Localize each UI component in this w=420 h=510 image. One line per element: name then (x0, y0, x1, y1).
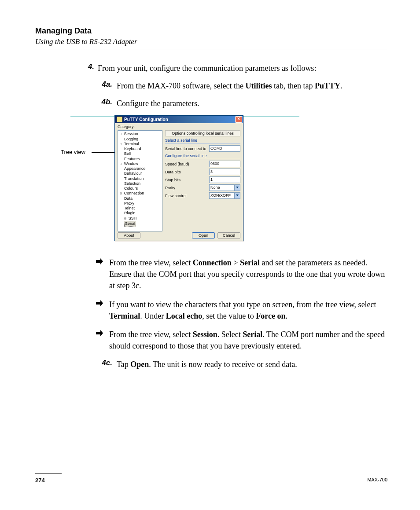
stopbits-label: Stop bits (165, 178, 209, 182)
speed-label: Speed (baud) (165, 162, 209, 166)
category-label: Category: (118, 125, 135, 129)
tree-node-ssh[interactable]: ⊞ SSH (120, 216, 161, 221)
bullet-text: From the tree view, select Session. Sele… (109, 329, 387, 352)
tree-node-behaviour[interactable]: Behaviour (120, 171, 161, 176)
panel-heading: Options controlling local serial lines (165, 130, 240, 136)
options-panel: Options controlling local serial lines S… (162, 130, 240, 230)
page-footer: 274 MAX-700 (35, 473, 387, 484)
tree-node-keyboard[interactable]: Keyboard (120, 147, 161, 151)
callout-label: Tree view (61, 149, 85, 155)
substep-number: 4a. (95, 80, 117, 92)
step-text: From your unit, configure the communicat… (98, 62, 387, 74)
putty-window: PuTTY Configuration X Category: ⊟ Sessio… (114, 115, 243, 241)
close-button[interactable]: X (235, 116, 242, 123)
databits-input[interactable]: 8 (209, 169, 240, 175)
bullet-text: From the tree view, select Connection > … (109, 257, 387, 291)
page-number: 274 (35, 477, 45, 484)
stopbits-input[interactable]: 1 (209, 176, 240, 183)
bullet-text: If you want to view the characters that … (109, 299, 387, 322)
tree-node-window[interactable]: ⊟ Window (120, 161, 161, 166)
tree-node-serial[interactable]: Serial (120, 221, 161, 227)
parity-label: Parity (165, 186, 209, 190)
substep-text: From the MAX-700 software, select the Ut… (117, 80, 387, 92)
footer-divider (35, 475, 387, 475)
substep-text: Tap Open. The unit is now ready to recei… (117, 359, 387, 370)
tree-node-rlogin[interactable]: Rlogin (120, 211, 161, 216)
tree-node-data[interactable]: Data (120, 196, 161, 201)
putty-icon (117, 117, 122, 122)
tree-node-colours[interactable]: Colours (120, 186, 161, 191)
group-label: Select a serial line (165, 138, 240, 143)
footer-accent (35, 473, 62, 474)
bullet-arrow-icon (96, 329, 109, 352)
substep-number: 4b. (95, 98, 117, 109)
databits-label: Data bits (165, 170, 209, 174)
flow-select[interactable]: XON/XOFF (209, 192, 240, 199)
window-title: PuTTY Configuration (124, 117, 235, 122)
substep-number: 4c. (95, 359, 117, 370)
figure: Tree view PuTTY Configuration X Category… (35, 115, 387, 247)
cancel-button[interactable]: Cancel (217, 232, 240, 238)
model-label: MAX-700 (367, 477, 387, 484)
tree-node-appearance[interactable]: Appearance (120, 166, 161, 171)
chevron-down-icon (236, 194, 239, 196)
tree-node-telnet[interactable]: Telnet (120, 206, 161, 211)
group-label: Configure the serial line (165, 154, 240, 158)
tree-node-bell[interactable]: Bell (120, 151, 161, 156)
page-heading: Managing Data (35, 26, 387, 36)
page-subheading: Using the USB to RS-232 Adapter (35, 37, 387, 46)
parity-select[interactable]: None (209, 184, 240, 191)
tree-node-proxy[interactable]: Proxy (120, 201, 161, 206)
serial-line-label: Serial line to connect to (165, 147, 209, 151)
tree-node-connection[interactable]: ⊟ Connection (120, 191, 161, 196)
serial-line-input[interactable]: COM3 (209, 145, 240, 152)
chevron-down-icon (236, 187, 239, 188)
tree-node-features[interactable]: Features (120, 157, 161, 161)
step-number: 4. (79, 62, 98, 74)
open-button[interactable]: Open (192, 232, 215, 238)
tree-view[interactable]: ⊟ Session Logging ⊟ Terminal Keyboard Be… (118, 130, 162, 231)
tree-node-session[interactable]: ⊟ Session (120, 132, 161, 136)
titlebar[interactable]: PuTTY Configuration X (115, 116, 243, 123)
bullet-arrow-icon (96, 299, 109, 322)
substep-text: Configure the parameters. (117, 98, 387, 109)
about-button[interactable]: About (118, 232, 140, 238)
tree-node-terminal[interactable]: ⊟ Terminal (120, 142, 161, 147)
tree-node-translation[interactable]: Translation (120, 176, 161, 181)
divider (35, 49, 387, 49)
tree-node-selection[interactable]: Selection (120, 181, 161, 186)
tree-node-logging[interactable]: Logging (120, 137, 161, 142)
speed-input[interactable]: 9600 (209, 161, 240, 167)
flow-label: Flow control (165, 194, 209, 198)
bullet-arrow-icon (96, 257, 109, 291)
